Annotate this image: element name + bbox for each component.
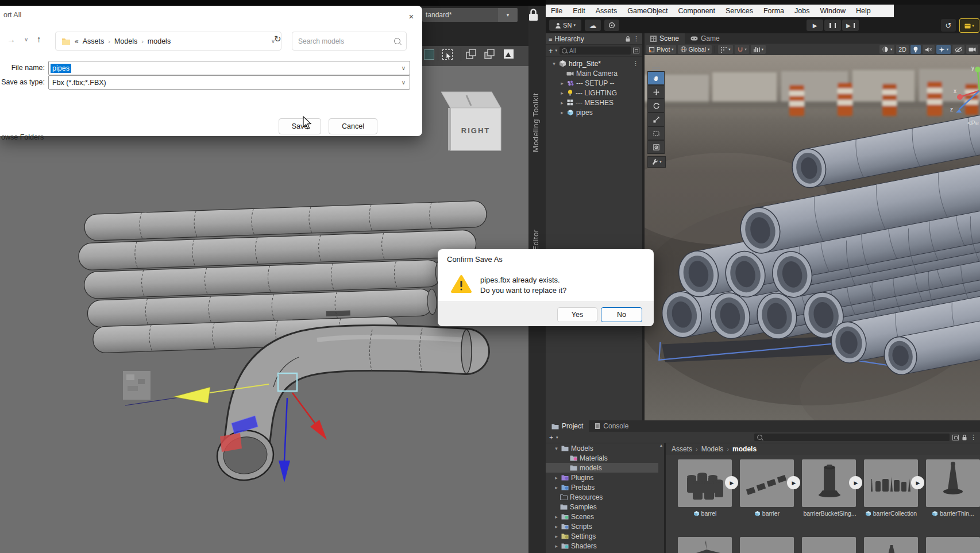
expander-icon[interactable]: ▸ bbox=[560, 80, 565, 86]
asset-tile-barrier[interactable]: ▶ bbox=[740, 459, 794, 507]
paint-select-icon[interactable] bbox=[424, 49, 434, 60]
folder-shaders[interactable]: ▸ Shaders bbox=[546, 541, 658, 551]
measure-button[interactable]: ▾ bbox=[751, 45, 766, 54]
cancel-button[interactable]: Cancel bbox=[329, 118, 377, 134]
hierarchy-item-pipes[interactable]: ▸ pipes bbox=[546, 107, 642, 117]
pivot-button[interactable]: Pivot ▾ bbox=[646, 45, 676, 54]
menu-edit[interactable]: Edit bbox=[568, 5, 591, 17]
asset-label[interactable]: barrierBucketSing... bbox=[802, 510, 856, 517]
global-button[interactable]: Global ▾ bbox=[678, 45, 712, 54]
menu-file[interactable]: File bbox=[546, 5, 568, 17]
scale-tool[interactable] bbox=[647, 113, 665, 126]
step-button[interactable]: ▶ bbox=[842, 20, 859, 31]
breadcrumb-models[interactable]: Models bbox=[114, 37, 137, 45]
grid-snap-button[interactable]: ▾ bbox=[718, 45, 732, 54]
effects-toggle-button[interactable]: ▾ bbox=[936, 45, 951, 54]
expanded-caret-icon[interactable]: ▾ bbox=[551, 61, 557, 67]
folder-scenes[interactable]: ▸ Scenes bbox=[546, 512, 658, 521]
refresh-icon[interactable]: ↻ bbox=[274, 34, 281, 44]
menu-assets[interactable]: Assets bbox=[591, 5, 623, 17]
asset-preview-icon[interactable] bbox=[952, 435, 959, 440]
add-asset-button[interactable]: + bbox=[549, 434, 553, 442]
undo-history-button[interactable]: ↺ bbox=[941, 19, 956, 32]
asset-label[interactable]: barrier bbox=[740, 510, 794, 517]
address-bar[interactable]: « Assets › Models › models ∨ bbox=[55, 32, 281, 51]
scene-3d-content[interactable]: ▾ y x z <Pe bbox=[645, 55, 980, 420]
play-button[interactable]: ▶ bbox=[807, 20, 823, 31]
save-type-select[interactable]: Fbx (*.fbx;*.FBX) ∨ bbox=[48, 75, 410, 90]
asset-tile[interactable] bbox=[802, 537, 856, 553]
render-icon[interactable] bbox=[503, 49, 515, 60]
lighting-toggle-button[interactable] bbox=[910, 45, 921, 54]
breadcrumb-models-sub[interactable]: models bbox=[732, 445, 757, 453]
browse-folders-toggle[interactable]: owse Folders bbox=[1, 133, 44, 141]
lock-icon[interactable] bbox=[625, 36, 631, 42]
asset-tile[interactable] bbox=[864, 537, 918, 553]
expander-icon[interactable]: ▸ bbox=[554, 485, 559, 490]
tab-modeling-toolkit[interactable]: Modeling Toolkit bbox=[531, 37, 540, 152]
menu-help[interactable]: Help bbox=[851, 5, 876, 17]
axis-gizmo[interactable]: y x z bbox=[935, 60, 980, 117]
menu-services[interactable]: Services bbox=[720, 5, 758, 17]
hierarchy-item-meshes[interactable]: ▸ --- MESHES bbox=[546, 98, 642, 107]
breadcrumb-models-sub[interactable]: models bbox=[148, 37, 171, 45]
asset-tile-barrier-bucket[interactable]: ▶ bbox=[802, 459, 856, 507]
folder-models-sub[interactable]: models bbox=[546, 463, 658, 473]
tab-console[interactable]: Console bbox=[589, 420, 634, 432]
chevron-down-icon[interactable]: ▾ bbox=[556, 435, 558, 440]
save-button[interactable]: Save bbox=[279, 118, 321, 134]
folder-plugins[interactable]: ▸ Plugins bbox=[546, 473, 658, 482]
play-badge[interactable]: ▶ bbox=[787, 476, 800, 489]
yes-button[interactable]: Yes bbox=[557, 307, 597, 322]
maya-workspace-dropdown[interactable]: tandard* ▾ bbox=[422, 8, 518, 22]
menu-icon[interactable]: ≡ bbox=[549, 36, 552, 42]
chevron-down-icon[interactable]: ∨ bbox=[402, 65, 410, 71]
chevron-down-icon[interactable]: ∨ bbox=[402, 79, 410, 86]
hierarchy-item-setup[interactable]: ▸ --- SETUP -- bbox=[546, 78, 642, 88]
overlay-handle[interactable] bbox=[647, 65, 665, 71]
folder-materials[interactable]: Materials bbox=[546, 453, 658, 463]
2d-toggle-button[interactable]: 2D bbox=[896, 45, 908, 54]
paste-icon[interactable] bbox=[484, 49, 495, 60]
expander-icon[interactable]: ▸ bbox=[554, 475, 559, 481]
project-search-input[interactable] bbox=[754, 434, 950, 441]
no-button[interactable]: No bbox=[601, 307, 642, 322]
hierarchy-search-input[interactable]: All bbox=[560, 47, 631, 55]
account-button[interactable]: SN ▾ bbox=[549, 20, 581, 31]
forward-icon[interactable]: → bbox=[7, 34, 16, 44]
chevron-down-icon[interactable]: ▾ bbox=[555, 48, 558, 53]
expander-icon[interactable]: ▸ bbox=[554, 514, 559, 520]
play-badge[interactable]: ▶ bbox=[911, 476, 924, 489]
folder-resources[interactable]: Resources bbox=[546, 492, 658, 502]
expander-icon[interactable]: ▸ bbox=[560, 90, 565, 96]
hierarchy-item-lighting[interactable]: ▸ --- LIGHTING bbox=[546, 88, 642, 98]
scroll-up-icon[interactable]: ▲ bbox=[658, 443, 664, 447]
menu-component[interactable]: Component bbox=[673, 5, 720, 17]
picker-window-icon[interactable] bbox=[633, 48, 639, 53]
hierarchy-item-main-camera[interactable]: Main Camera bbox=[546, 68, 642, 78]
custom-tool-button[interactable]: ▾ bbox=[647, 156, 666, 168]
rotate-tool[interactable] bbox=[647, 99, 665, 113]
visibility-toggle-button[interactable] bbox=[952, 45, 964, 54]
tree-scrollbar[interactable]: ▲ bbox=[658, 443, 664, 553]
camera-settings-button[interactable] bbox=[966, 45, 978, 54]
close-icon[interactable]: × bbox=[403, 9, 420, 23]
shading-mode-button[interactable]: ▾ bbox=[879, 45, 894, 54]
expander-icon[interactable]: ▸ bbox=[554, 524, 559, 529]
asset-label[interactable]: barrierThin... bbox=[926, 510, 980, 517]
add-object-button[interactable]: + bbox=[549, 47, 553, 55]
breadcrumb-assets[interactable]: Assets bbox=[672, 445, 692, 453]
folder-models[interactable]: ▾ Models bbox=[546, 443, 658, 453]
audio-toggle-button[interactable] bbox=[923, 45, 935, 54]
tab-project[interactable]: Project bbox=[546, 420, 589, 432]
transform-tool[interactable] bbox=[647, 140, 665, 154]
expanded-caret-icon[interactable]: ▾ bbox=[554, 446, 559, 451]
asset-label[interactable]: barrierCollection bbox=[864, 510, 918, 517]
marquee-select-icon[interactable] bbox=[442, 49, 453, 60]
menu-forma[interactable]: Forma bbox=[758, 5, 789, 17]
tab-scene[interactable]: Scene bbox=[645, 33, 685, 44]
play-badge[interactable]: ▶ bbox=[849, 476, 862, 489]
asset-tile[interactable] bbox=[926, 537, 980, 553]
asset-tile-barrier-collection[interactable]: ▶ bbox=[864, 459, 918, 507]
search-input[interactable]: Search models bbox=[292, 32, 407, 51]
